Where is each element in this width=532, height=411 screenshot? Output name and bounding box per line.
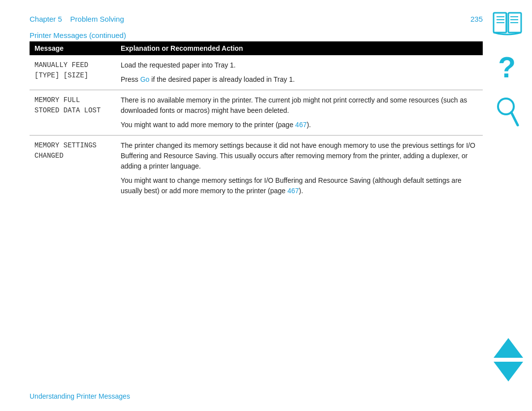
action-text-3-1: The printer changed its memory settings …	[121, 140, 478, 171]
section-title[interactable]: Printer Messages (continued)	[30, 31, 126, 39]
page-link-467-1[interactable]: 467	[295, 121, 306, 129]
action-cell-2: There is no available memory in the prin…	[116, 90, 483, 136]
message-cell-1: MANUALLY FEED [TYPE] [SIZE]	[30, 55, 116, 90]
chapter-topic: Problem Solving	[70, 15, 124, 23]
message-cell-3: MEMORY SETTINGS CHANGED	[30, 136, 116, 202]
chapter-label: Chapter 5	[30, 15, 62, 23]
messages-table: Message Explanation or Recommended Actio…	[30, 41, 483, 201]
go-link[interactable]: Go	[140, 75, 150, 83]
book-icon[interactable]	[492, 10, 523, 36]
up-arrow-icon[interactable]	[494, 338, 523, 358]
col-action: Explanation or Recommended Action	[116, 41, 483, 55]
table-row: MEMORY SETTINGS CHANGED The printer chan…	[30, 136, 483, 202]
table-row: MANUALLY FEED [TYPE] [SIZE] Load the req…	[30, 55, 483, 90]
action-text-3-2: You might want to change memory settings…	[121, 175, 478, 196]
main-content: Chapter 5 Problem Solving 235 Printer Me…	[30, 15, 483, 201]
nav-arrows	[494, 338, 523, 381]
message-cell-2: MEMORY FULL STORED DATA LOST	[30, 90, 116, 136]
header-row: Chapter 5 Problem Solving 235	[30, 15, 483, 23]
action-text-2-1: There is no available memory in the prin…	[121, 95, 478, 116]
page-number: 235	[470, 15, 483, 23]
action-text-1-2: Press Go if the desired paper is already…	[121, 74, 478, 85]
footer-link[interactable]: Understanding Printer Messages	[30, 392, 130, 400]
table-row: MEMORY FULL STORED DATA LOST There is no…	[30, 90, 483, 136]
col-message: Message	[30, 41, 116, 55]
chapter-title[interactable]: Chapter 5 Problem Solving	[30, 15, 124, 23]
search-icon[interactable]	[495, 98, 520, 127]
sidebar-icons: ?	[488, 10, 527, 127]
down-arrow-icon[interactable]	[494, 362, 523, 381]
table-header: Message Explanation or Recommended Actio…	[30, 41, 483, 55]
action-text-2-2: You might want to add more memory to the…	[121, 120, 478, 130]
page-link-467-2[interactable]: 467	[288, 187, 299, 195]
action-cell-3: The printer changed its memory settings …	[116, 136, 483, 202]
svg-line-11	[511, 112, 518, 125]
question-icon[interactable]: ?	[497, 51, 518, 83]
svg-text:?: ?	[498, 51, 516, 83]
action-cell-1: Load the requested paper into Tray 1. Pr…	[116, 55, 483, 90]
action-text-1-1: Load the requested paper into Tray 1.	[121, 60, 478, 70]
